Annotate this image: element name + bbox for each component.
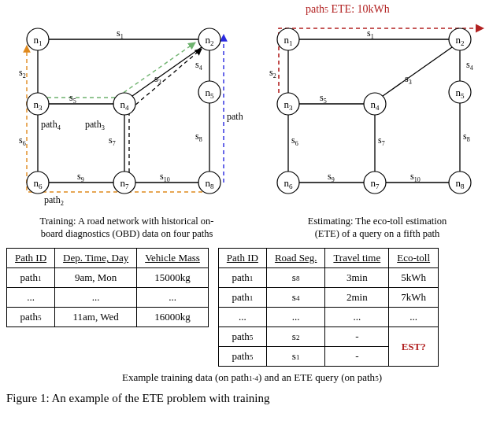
left-graph-svg: n1 n2 n3 n4 n5 n6 n7 n8 s1 s2 s3 s4 s5 s…: [6, 17, 243, 214]
label-path1: path1: [227, 111, 243, 124]
svg-text:s2: s2: [269, 67, 276, 79]
node-n7-r: n7: [364, 172, 386, 194]
node-n1: n1: [27, 28, 49, 50]
left-graph-panel: n1 n2 n3 n4 n5 n6 n7 n8 s1 s2 s3 s4 s5 s…: [6, 17, 247, 240]
node-n5-r: n5: [449, 81, 471, 103]
label-s10: s10: [160, 171, 170, 183]
node-n3-r: n3: [277, 93, 299, 115]
node-n5: n5: [198, 81, 220, 103]
table-header-row: Path ID Dep. Time, Day Vehicle Mass: [7, 249, 209, 268]
table-row: path5 11am, Wed 16000kg: [7, 308, 209, 327]
label-s6: s6: [19, 135, 26, 147]
path3-overlay: [129, 49, 202, 179]
table-header-row: Path ID Road Seg. Travel time Eco-toll: [218, 249, 438, 268]
label-s4: s4: [195, 59, 202, 72]
table-row: path1 s4 2min 7kWh: [218, 288, 438, 308]
label-path3: path3: [85, 119, 105, 131]
path5-ete-annotation: path5 ETE: 10kWh: [306, 3, 390, 16]
tables-caption: Example training data (on path1-4) and a…: [6, 371, 498, 384]
est-cell: EST?: [389, 327, 439, 367]
right-graph-caption: Estimating: The eco-toll estimation (ETE…: [257, 216, 498, 240]
node-n4: n4: [113, 93, 135, 115]
table-row: path1 9am, Mon 15000kg: [7, 268, 209, 288]
col-deptime: Dep. Time, Day: [55, 249, 137, 268]
col-pathid: Path ID: [7, 249, 55, 268]
col-ecotoll: Eco-toll: [389, 249, 439, 268]
table-row: path1 s8 3min 5kWh: [218, 268, 438, 288]
node-n2-r: n2: [449, 28, 471, 50]
table-row: .........: [7, 288, 209, 308]
figure-caption: Figure 1: An example of the ETE problem …: [6, 392, 498, 405]
svg-text:s9: s9: [328, 171, 335, 183]
col-pathid2: Path ID: [218, 249, 266, 268]
tables-row: Path ID Dep. Time, Day Vehicle Mass path…: [6, 248, 498, 367]
node-n3: n3: [27, 93, 49, 115]
col-traveltime: Travel time: [325, 249, 389, 268]
svg-text:s10: s10: [410, 171, 421, 183]
label-s8: s8: [195, 131, 202, 143]
graphs-row: n1 n2 n3 n4 n5 n6 n7 n8 s1 s2 s3 s4 s5 s…: [6, 17, 498, 240]
svg-text:s4: s4: [466, 59, 473, 72]
svg-text:s8: s8: [463, 131, 470, 143]
label-s1: s1: [117, 28, 124, 40]
svg-text:s3: s3: [405, 73, 412, 86]
svg-text:s7: s7: [378, 135, 385, 147]
node-n6: n6: [27, 172, 49, 194]
right-graph-panel: n1 n2 n3 n4 n5 n6 n7 n8 s1 s2 s3 s4 s5 s…: [257, 17, 498, 240]
right-graph-svg: n1 n2 n3 n4 n5 n6 n7 n8 s1 s2 s3 s4 s5 s…: [257, 17, 493, 214]
label-s2: s2: [19, 67, 26, 79]
label-s9: s9: [77, 171, 84, 183]
col-roadseg: Road Seg.: [266, 249, 324, 268]
table-row: ............: [218, 308, 438, 327]
label-s5: s5: [69, 92, 76, 105]
svg-text:s1: s1: [367, 28, 374, 40]
col-mass: Vehicle Mass: [137, 249, 209, 268]
training-table: Path ID Dep. Time, Day Vehicle Mass path…: [6, 248, 209, 327]
node-n1-r: n1: [277, 28, 299, 50]
edge-s3: [132, 47, 202, 96]
node-n8-r: n8: [449, 172, 471, 194]
label-s3: s3: [154, 73, 161, 86]
label-path4: path4: [41, 119, 61, 131]
node-n2: n2: [198, 28, 220, 50]
table-row: path5 s2 - EST?: [218, 327, 438, 347]
query-table: Path ID Road Seg. Travel time Eco-toll p…: [218, 248, 439, 367]
left-graph-caption: Training: A road network with historical…: [6, 216, 247, 240]
svg-text:s5: s5: [320, 92, 327, 105]
svg-line-18: [383, 47, 452, 96]
node-n6-r: n6: [277, 172, 299, 194]
svg-text:s6: s6: [291, 135, 298, 147]
path4-overlay: [47, 42, 195, 98]
node-n8: n8: [198, 172, 220, 194]
node-n7: n7: [113, 172, 135, 194]
node-n4-r: n4: [364, 93, 386, 115]
label-s7: s7: [109, 135, 116, 147]
label-path2: path2: [44, 194, 64, 207]
